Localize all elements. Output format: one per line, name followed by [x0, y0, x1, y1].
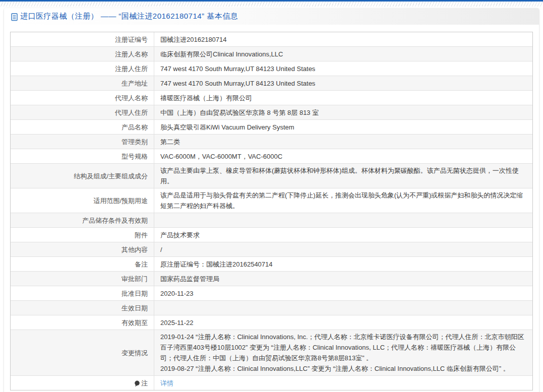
- field-label: 注册人住所: [11, 61, 154, 76]
- field-value: 中国（上海）自由贸易试验区华京路 8 号第 8层 813 室: [154, 105, 532, 119]
- table-row-storage-validity: 产品储存条件及有效期: [11, 213, 532, 227]
- field-label: 适用范围/预期用途: [11, 188, 154, 213]
- table-row-model-spec: 型号规格 VAC-6000M，VAC-6000MT，VAC-6000C: [11, 149, 532, 163]
- field-label: 代理人住所: [11, 105, 154, 119]
- page-title: 进口医疗器械（注册） —— “国械注进20162180714” 基本信息: [20, 12, 238, 21]
- field-value: [154, 213, 532, 227]
- field-label: 产品储存条件及有效期: [11, 213, 154, 227]
- content-panel: 进口医疗器械（注册） —— “国械注进20162180714” 基本信息 注册证…: [4, 8, 539, 392]
- field-label: 备注: [11, 257, 154, 271]
- field-value: 第二类: [154, 135, 532, 149]
- table-row-remarks: 备注 原注册证编号：国械注进20162540714: [11, 256, 532, 271]
- field-label: 审批部门: [11, 272, 154, 286]
- panel-body: 注册证编号 国械注进20162180714 注册人名称 临床创新有限公司Clin…: [4, 25, 539, 392]
- table-row-registrant-address: 注册人住所 747 west 4170 South Murray,UT 8412…: [11, 61, 532, 76]
- table-row-production-address: 生产地址 747 west 4170 South Murray,UT 84123…: [11, 76, 532, 90]
- table-row-approval-date: 批准日期 2020-11-23: [11, 286, 532, 300]
- field-value: 胎头真空吸引器KiWi Vacuum Delivery System: [154, 120, 532, 134]
- table-row-registrant-name: 注册人名称 临床创新有限公司Clinical Innovations,LLC: [11, 46, 532, 61]
- field-label: 附件: [11, 228, 154, 242]
- table-row-expiry-date: 有效期至 2025-11-22: [11, 315, 532, 330]
- table-row-effective-date: 生效日期: [11, 300, 532, 315]
- table-row-approval-department: 审批部门 国家药品监督管理局: [11, 271, 532, 286]
- details-link[interactable]: 详情: [160, 378, 173, 388]
- field-value: 747 west 4170 South Murray,UT 84123 Unit…: [154, 61, 532, 76]
- field-value: VAC-6000M，VAC-6000MT，VAC-6000C: [154, 149, 532, 163]
- field-label-note: 注: [11, 376, 154, 390]
- field-label: 管理类别: [11, 135, 154, 149]
- field-value: 国家药品监督管理局: [154, 272, 532, 286]
- registration-info-table: 注册证编号 国械注进20162180714 注册人名称 临床创新有限公司Clin…: [10, 32, 533, 390]
- stripe-decoration: [0, 2, 543, 7]
- field-label: 注册证编号: [11, 32, 154, 46]
- field-value: 禧暖医疗器械（上海）有限公司: [154, 91, 532, 105]
- table-row-intended-use: 适用范围/预期用途 该产品是适用于与胎头骨盆有关的第二产程(下降停止)延长，推测…: [11, 188, 532, 213]
- field-value: 2020-11-23: [154, 286, 532, 300]
- field-label: 代理人名称: [11, 91, 154, 105]
- field-label: 生产地址: [11, 76, 154, 90]
- table-row-attachment: 附件 产品技术要求: [11, 227, 532, 242]
- field-value: 该产品是适用于与胎头骨盆有关的第二产程(下降停止)延长，推测会出现胎头危象(认为…: [154, 188, 532, 213]
- table-row-change-history: 变更情况 2019-01-24 “注册人名称：Clinical Innovati…: [11, 330, 532, 375]
- table-row-reg-cert-no: 注册证编号 国械注进20162180714: [11, 32, 532, 46]
- field-value: 2025-11-22: [154, 315, 532, 330]
- field-value: 2019-01-24 “注册人名称：Clinical Innovations, …: [154, 330, 532, 375]
- table-row-agent-name: 代理人名称 禧暖医疗器械（上海）有限公司: [11, 90, 532, 105]
- field-value: [154, 301, 532, 315]
- field-value: 产品技术要求: [154, 228, 532, 242]
- field-label: 型号规格: [11, 149, 154, 163]
- field-value: 该产品主要由掌上泵、橡皮导管和杯体(蘑菇状杯体和钟形杯体)组成。杯体材料为聚碳酸…: [154, 164, 532, 188]
- field-label: 注册人名称: [11, 47, 154, 61]
- field-value: 原注册证编号：国械注进20162540714: [154, 257, 532, 271]
- table-row-note: 注 详情: [11, 375, 532, 390]
- field-value: 747 west 4170 South Murray,UT 84123 Unit…: [154, 76, 532, 90]
- field-label: 生效日期: [11, 301, 154, 315]
- field-label: 产品名称: [11, 120, 154, 134]
- table-row-management-class: 管理类别 第二类: [11, 134, 532, 149]
- table-row-other-content: 其他内容 /: [11, 242, 532, 256]
- field-label: 有效期至: [11, 315, 154, 330]
- note-label-text: 注: [141, 378, 148, 388]
- comment-balloon-icon: [134, 380, 140, 387]
- field-value: 国械注进20162180714: [154, 32, 532, 46]
- field-label: 变更情况: [11, 330, 154, 375]
- table-row-agent-address: 代理人住所 中国（上海）自由贸易试验区华京路 8 号第 8层 813 室: [11, 105, 532, 119]
- field-value: /: [154, 242, 532, 256]
- panel-header: 进口医疗器械（注册） —— “国械注进20162180714” 基本信息: [4, 8, 539, 25]
- table-row-product-name: 产品名称 胎头真空吸引器KiWi Vacuum Delivery System: [11, 119, 532, 134]
- field-label: 结构及组成/主要组成成分: [11, 164, 154, 188]
- field-label: 其他内容: [11, 242, 154, 256]
- document-icon: [11, 13, 18, 21]
- field-label: 批准日期: [11, 286, 154, 300]
- field-value: 临床创新有限公司Clinical Innovations,LLC: [154, 47, 532, 61]
- field-value-note: 详情: [154, 376, 532, 390]
- table-row-composition: 结构及组成/主要组成成分 该产品主要由掌上泵、橡皮导管和杯体(蘑菇状杯体和钟形杯…: [11, 163, 532, 188]
